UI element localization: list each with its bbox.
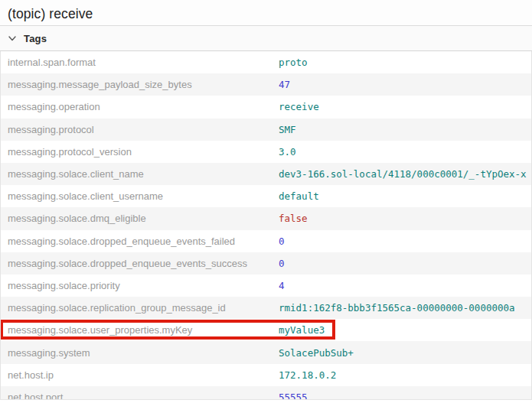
tag-key: messaging.system — [8, 347, 279, 359]
tags-table: internal.span.format proto messaging.mes… — [0, 51, 532, 400]
tag-value: dev3-166.sol-local/4118/000c0001/_-tYpOe… — [279, 168, 527, 180]
tag-key: messaging.solace.client_username — [8, 190, 279, 202]
table-row: messaging.solace.client_username default — [1, 185, 531, 207]
tag-value: 0 — [279, 258, 285, 269]
tag-value: proto — [279, 57, 308, 68]
tag-key: messaging.solace.replication_group_messa… — [8, 302, 279, 314]
tag-value: 4 — [279, 280, 285, 291]
chevron-down-icon — [8, 34, 17, 43]
table-row: messaging.solace.dropped_enqueue_events_… — [1, 252, 531, 275]
table-row: messaging.solace.user_properties.myKey m… — [1, 319, 531, 341]
table-row: internal.span.format proto — [1, 51, 531, 73]
tag-value: 172.18.0.2 — [279, 369, 336, 381]
tag-key: messaging.solace.user_properties.myKey — [8, 324, 279, 336]
table-row: messaging.protocol SMF — [1, 119, 531, 141]
table-row: messaging.solace.replication_group_messa… — [1, 297, 531, 319]
tag-value: rmid1:162f8-bbb3f1565ca-00000000-0000000… — [279, 302, 515, 314]
tag-value: 3.0 — [279, 146, 296, 158]
tag-value: 47 — [279, 79, 290, 90]
table-row: messaging.solace.priority 4 — [1, 275, 531, 297]
tag-value: SolacePubSub+ — [279, 347, 354, 359]
tag-key: messaging.protocol — [8, 124, 279, 135]
tag-value: 0 — [279, 236, 285, 247]
tag-value: default — [279, 190, 319, 202]
tag-key: internal.span.format — [8, 57, 279, 68]
tag-key: messaging.solace.dropped_enqueue_events_… — [8, 258, 279, 269]
tag-value: SMF — [279, 124, 296, 135]
tag-key: messaging.solace.priority — [8, 280, 279, 291]
tag-key: messaging.solace.dmq_eligible — [8, 213, 279, 224]
table-row: messaging.message_payload_size_bytes 47 — [1, 73, 531, 96]
tag-key: messaging.message_payload_size_bytes — [8, 79, 279, 90]
table-row: messaging.solace.dropped_enqueue_events_… — [1, 230, 531, 252]
tag-key: net.host.port — [8, 392, 279, 400]
table-row: net.host.port 55555 — [1, 386, 531, 400]
table-row: messaging.protocol_version 3.0 — [1, 141, 531, 163]
table-row: messaging.solace.client_name dev3-166.so… — [1, 163, 531, 185]
tag-value: false — [279, 213, 308, 224]
tag-value: 55555 — [279, 392, 308, 400]
table-row: messaging.solace.dmq_eligible false — [1, 207, 531, 229]
tag-key: net.host.ip — [8, 369, 279, 381]
tag-value: receive — [279, 101, 319, 112]
tag-key: messaging.operation — [8, 101, 279, 112]
table-row: messaging.system SolacePubSub+ — [1, 341, 531, 363]
tags-section-label: Tags — [24, 33, 47, 44]
tag-key: messaging.solace.dropped_enqueue_events_… — [8, 236, 279, 247]
table-row: net.host.ip 172.18.0.2 — [1, 364, 531, 386]
table-row: messaging.operation receive — [1, 96, 531, 118]
tag-key: messaging.solace.client_name — [8, 168, 279, 180]
span-detail-header: (topic) receive — [0, 0, 532, 26]
tag-value: myValue3 — [279, 324, 325, 336]
tag-key: messaging.protocol_version — [8, 146, 279, 158]
page-title: (topic) receive — [8, 5, 524, 22]
tags-section-header[interactable]: Tags — [0, 26, 532, 51]
